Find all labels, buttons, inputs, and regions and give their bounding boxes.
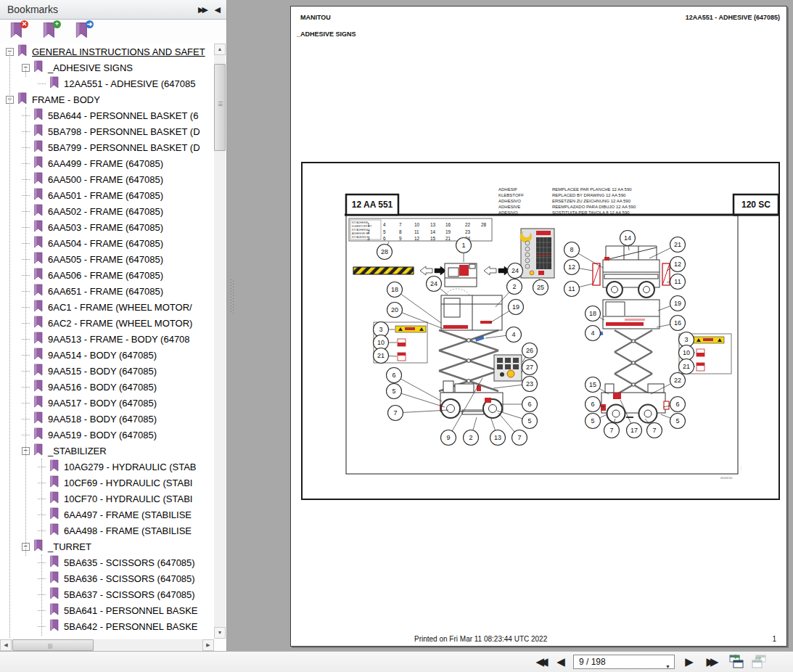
svg-text:12: 12 (414, 236, 420, 241)
svg-text:1: 1 (367, 222, 370, 227)
tree-horizontal-scrollbar[interactable]: ◀ ||| ▶ (0, 639, 214, 651)
bookmark-item[interactable]: 5BA635 - SCISSORS (647085) (0, 554, 214, 570)
bookmark-item[interactable]: 9AA518 - BODY (647085) (0, 411, 214, 427)
bookmark-icon (49, 475, 59, 491)
tree-connector (22, 283, 30, 292)
bookmark-label: 6AA499 - FRAME (647085) (48, 158, 163, 169)
bookmark-icon (49, 603, 59, 618)
bookmark-item[interactable]: 6AA500 - FRAME (647085) (0, 171, 214, 187)
bookmark-label: 5BA637 - SCISSORS (647085) (64, 589, 195, 600)
bookmark-item[interactable]: 10AG279 - HYDRAULIC (STAB (0, 459, 214, 475)
minimize-panel-icon[interactable]: ▶▶ (198, 4, 206, 15)
bookmark-item[interactable]: 9AA514 - BODY (647085) (0, 347, 214, 363)
bookmark-item[interactable]: 10CF69 - HYDRAULIC (STABI (0, 475, 214, 491)
combo-caret-icon[interactable]: ▼ (665, 660, 670, 672)
bookmark-item[interactable]: 6AA651 - FRAME (647085) (0, 283, 214, 299)
svg-text:26: 26 (526, 347, 533, 354)
bookmark-item[interactable]: 6AA505 - FRAME (647085) (0, 251, 214, 267)
bookmark-item[interactable]: 5BA799 - PERSONNEL BASKET (D (0, 139, 214, 155)
tree-connector (22, 171, 30, 180)
bookmark-item[interactable]: 6AA503 - FRAME (647085) (0, 219, 214, 235)
bookmark-item[interactable]: − _TURRET (0, 538, 214, 554)
svg-text:6: 6 (527, 401, 531, 408)
thumb-grip: ☰ (218, 101, 223, 107)
bookmark-item[interactable]: 9AA519 - BODY (647085) (0, 427, 214, 443)
bookmark-item[interactable]: 9AA515 - BODY (647085) (0, 363, 214, 379)
svg-text:13: 13 (494, 434, 501, 441)
svg-text:19: 19 (445, 229, 451, 234)
replacement-note: REMPLACEE PAR PLANCHE 12 AA 590REPLACED … (552, 187, 636, 215)
scroll-right-icon[interactable]: ▶ (202, 639, 214, 651)
bookmark-icon (33, 427, 44, 443)
vertical-scroll-thumb[interactable]: ☰ (214, 64, 226, 151)
collapse-panel-icon[interactable]: ◀ (215, 4, 221, 15)
delete-bookmark-button[interactable]: ✕ (9, 22, 28, 41)
bookmark-label: 9AA519 - BODY (647085) (48, 430, 157, 441)
svg-text:10: 10 (414, 222, 420, 227)
svg-text:ADHESIF: ADHESIF (498, 187, 517, 192)
panel-title: Bookmarks (7, 4, 58, 15)
bookmark-item[interactable]: 6AA504 - FRAME (647085) (0, 235, 214, 251)
scroll-up-icon[interactable]: ▲ (214, 44, 226, 55)
panel-splitter-handle[interactable] (231, 279, 234, 314)
page-section-title: _ADHESIVE SIGNS (297, 30, 356, 38)
bookmark-item[interactable]: 6AA497 - FRAME (STABILISE (0, 507, 214, 523)
previous-page-icon[interactable]: ◀ (554, 654, 567, 670)
bookmark-label: 9AA516 - BODY (647085) (48, 382, 157, 393)
bookmark-item[interactable]: 6AA502 - FRAME (647085) (0, 203, 214, 219)
corner-side-note: ······· (739, 465, 743, 472)
next-page-icon[interactable]: ▶ (683, 654, 696, 670)
svg-text:21: 21 (674, 241, 681, 248)
bookmark-item[interactable]: 5BA637 - SCISSORS (647085) (0, 586, 214, 602)
bookmark-item[interactable]: 6AA501 - FRAME (647085) (0, 187, 214, 203)
bookmark-item[interactable]: 6AA499 - FRAME (647085) (0, 155, 214, 171)
bookmark-item[interactable]: 10CF70 - HYDRAULIC (STABI (0, 491, 214, 507)
goto-bookmark-button[interactable]: ➜ (74, 22, 93, 41)
scroll-down-icon[interactable]: ▼ (214, 627, 226, 639)
svg-text:14: 14 (430, 229, 436, 234)
bookmarks-panel-header: Bookmarks ▶▶ ◀ (0, 0, 226, 20)
scroll-left-icon[interactable]: ◀ (0, 639, 12, 651)
bookmark-icon (33, 268, 44, 283)
bookmark-icon (33, 348, 44, 363)
bookmark-icon (49, 619, 59, 634)
bookmark-item[interactable]: 5BA636 - SCISSORS (647085) (0, 570, 214, 586)
svg-text:24: 24 (430, 280, 437, 287)
bookmark-item[interactable]: 6AC2 - FRAME (WHEEL MOTOR) (0, 315, 214, 331)
bookmark-item[interactable]: 5BA644 - PERSONNEL BASKET (6 (0, 107, 214, 123)
bookmark-item[interactable]: 12AA551 - ADHESIVE (647085 (0, 75, 214, 91)
bookmark-icon (49, 459, 59, 475)
bookmark-item[interactable]: 9AA513 - FRAME - BODY (64708 (0, 331, 214, 347)
page-number-field[interactable]: 9 / 198 ▼ (573, 655, 675, 669)
bookmark-item[interactable]: 9AA516 - BODY (647085) (0, 379, 214, 395)
bookmark-item[interactable]: 5BA642 - PERSONNEL BASKE (0, 618, 214, 634)
bookmark-item[interactable]: 6AA498 - FRAME (STABILISE (0, 523, 214, 538)
bookmark-item[interactable]: − FRAME - BODY (0, 91, 214, 107)
first-page-icon[interactable]: ◀◀ (530, 654, 549, 670)
bookmark-item[interactable]: − GENERAL INSTRUCTIONS AND SAFET (0, 44, 214, 60)
svg-text:ADHESIVE: ADHESIVE (498, 205, 520, 209)
tree-vertical-scrollbar[interactable]: ▲ ☰ ▼ (214, 44, 226, 639)
tree-connector (38, 602, 46, 611)
bookmark-item[interactable]: − _STABILIZER (0, 443, 214, 459)
bookmark-item[interactable]: 6AA506 - FRAME (647085) (0, 267, 214, 283)
bookmark-item[interactable]: 5BA641 - PERSONNEL BASKE (0, 602, 214, 618)
last-page-icon[interactable]: ▶▶ (701, 654, 720, 670)
bookmark-item[interactable]: − _ADHESIVE SIGNS (0, 60, 214, 75)
tree-connector (22, 395, 30, 403)
svg-text:15: 15 (430, 236, 436, 241)
previous-view-icon[interactable] (728, 654, 745, 670)
svg-text:15: 15 (589, 381, 596, 388)
horizontal-scroll-thumb[interactable]: ||| (12, 639, 94, 651)
bookmark-item[interactable]: 5BA798 - PERSONNEL BASKET (D (0, 123, 214, 139)
svg-text:6: 6 (675, 401, 679, 408)
bookmark-item[interactable]: 6AC1 - FRAME (WHEEL MOTOR/ (0, 299, 214, 315)
next-view-icon[interactable] (750, 654, 768, 670)
svg-text:4: 4 (511, 331, 515, 338)
bookmark-item[interactable]: 9AA517 - BODY (647085) (0, 395, 214, 411)
tree-connector (22, 363, 30, 372)
tree-connector (38, 586, 46, 595)
bookmark-label: 9AA515 - BODY (647085) (48, 366, 157, 377)
new-bookmark-button[interactable]: + (41, 22, 60, 41)
bookmark-label: 5BA798 - PERSONNEL BASKET (D (48, 126, 200, 137)
